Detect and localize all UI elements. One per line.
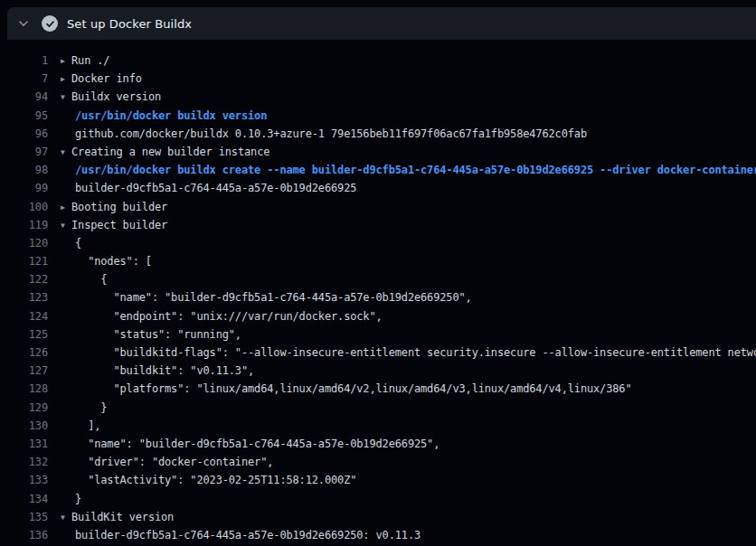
line-number[interactable]: 124 [0,307,48,325]
log-group-header[interactable]: 100▶Booting builder [0,198,756,216]
log-line: 124 "endpoint": "unix:///var/run/docker.… [0,307,756,325]
triangle-down-icon: ▼ [61,144,71,161]
line-number[interactable]: 135 [0,508,48,526]
log-group-header[interactable]: 7▶Docker info [0,70,756,88]
output-text: builder-d9cfb5a1-c764-445a-a57e-0b19d2e6… [75,182,356,194]
group-title: Creating a new builder instance [71,146,269,158]
line-number[interactable]: 122 [0,270,48,288]
line-number[interactable]: 121 [0,252,48,270]
line-number[interactable]: 130 [0,417,48,435]
output-text: { [75,237,81,249]
log-line: 126 "buildkitd-flags": "--allow-insecure… [0,344,756,362]
log-line: 136builder-d9cfb5a1-c764-445a-a57e-0b19d… [0,526,756,544]
output-text: "platforms": "linux/amd64,linux/amd64/v2… [75,382,632,395]
log-group-header[interactable]: 1▶Run ./ [0,52,756,70]
log-line: 127 "buildkit": "v0.11.3", [0,362,756,380]
line-number[interactable]: 136 [0,526,48,544]
group-title: Buildx version [71,90,161,103]
line-number[interactable]: 100 [0,198,48,216]
command-text: /usr/bin/docker buildx version [75,109,267,122]
log-body: 1▶Run ./7▶Docker info94▼Buildx version95… [0,40,756,544]
triangle-down-icon: ▼ [61,509,71,526]
log-group-header[interactable]: 135▼BuildKit version [0,508,756,526]
log-line: 96github.com/docker/buildx 0.10.3+azure-… [0,125,756,143]
check-circle-icon [42,15,58,32]
output-text: "name": "builder-d9cfb5a1-c764-445a-a57e… [75,438,439,450]
group-title: BuildKit version [71,511,174,523]
line-number[interactable]: 131 [0,435,48,453]
output-text: "status": "running", [75,328,241,341]
line-number[interactable]: 129 [0,399,48,417]
triangle-right-icon: ▶ [61,52,71,70]
output-text: builder-d9cfb5a1-c764-445a-a57e-0b19d2e6… [75,529,421,541]
output-text: "nodes": [ [75,255,152,268]
output-text: { [75,273,107,286]
line-number[interactable]: 99 [0,179,48,197]
log-line: 98/usr/bin/docker buildx create --name b… [0,161,756,179]
log-group-header[interactable]: 119▼Inspect builder [0,216,756,234]
line-number[interactable]: 7 [0,70,48,88]
log-line: 123 "name": "builder-d9cfb5a1-c764-445a-… [0,288,756,306]
output-text: "buildkit": "v0.11.3", [75,364,254,377]
line-number[interactable]: 132 [0,453,48,471]
line-number[interactable]: 127 [0,362,48,380]
step-header[interactable]: Set up Docker Buildx [7,7,756,40]
log-line: 130 ], [0,417,756,435]
triangle-right-icon: ▶ [61,199,71,216]
line-number[interactable]: 134 [0,490,48,508]
line-number[interactable]: 98 [0,161,48,179]
log-line: 120{ [0,234,756,252]
log-group-header[interactable]: 97▼Creating a new builder instance [0,143,756,161]
group-title: Inspect builder [71,219,167,231]
line-number[interactable]: 125 [0,325,48,344]
output-text: } [75,401,107,414]
log-line: 121 "nodes": [ [0,252,756,270]
step-title: Set up Docker Buildx [67,17,192,31]
log-line: 134} [0,490,756,508]
output-text: "endpoint": "unix:///var/run/docker.sock… [75,310,383,323]
triangle-right-icon: ▶ [61,71,71,88]
log-line: 131 "name": "builder-d9cfb5a1-c764-445a-… [0,435,756,453]
triangle-down-icon: ▼ [61,89,71,106]
group-title: Booting builder [71,201,167,213]
output-text: github.com/docker/buildx 0.10.3+azure-1 … [75,127,587,140]
line-number[interactable]: 94 [0,88,48,106]
line-number[interactable]: 95 [0,107,48,125]
line-number[interactable]: 1 [0,52,48,70]
line-number[interactable]: 128 [0,380,48,398]
group-title: Run ./ [71,54,109,67]
log-line: 95/usr/bin/docker buildx version [0,107,756,125]
output-text: "name": "builder-d9cfb5a1-c764-445a-a57e… [75,291,472,304]
output-text: } [75,493,81,505]
group-title: Docker info [71,72,142,85]
log-line: 132 "driver": "docker-container", [0,453,756,471]
line-number[interactable]: 97 [0,143,48,161]
log-line: 128 "platforms": "linux/amd64,linux/amd6… [0,380,756,398]
log-line: 129 } [0,399,756,417]
output-text: "driver": "docker-container", [75,456,273,468]
line-number[interactable]: 119 [0,216,48,234]
output-text: "buildkitd-flags": "--allow-insecure-ent… [75,346,756,359]
output-text: ], [75,419,100,432]
command-text: /usr/bin/docker buildx create --name bui… [75,164,756,176]
log-line: 122 { [0,270,756,288]
line-number[interactable]: 133 [0,471,48,489]
line-number[interactable]: 123 [0,288,48,306]
chevron-down-icon[interactable] [18,18,29,29]
triangle-down-icon: ▼ [61,217,71,234]
line-number[interactable]: 96 [0,125,48,143]
log-group-header[interactable]: 94▼Buildx version [0,88,756,106]
log-line: 99builder-d9cfb5a1-c764-445a-a57e-0b19d2… [0,179,756,197]
line-number[interactable]: 126 [0,344,48,362]
log-line: 125 "status": "running", [0,325,756,344]
output-text: "lastActivity": "2023-02-25T11:58:12.000… [75,474,356,486]
log-line: 133 "lastActivity": "2023-02-25T11:58:12… [0,471,756,489]
line-number[interactable]: 120 [0,234,48,252]
